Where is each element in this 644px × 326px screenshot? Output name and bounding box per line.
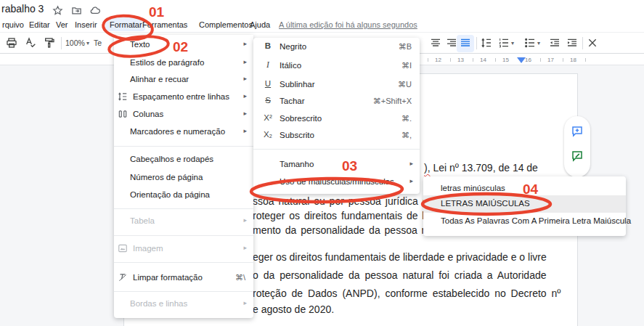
line-spacing-icon[interactable] (481, 37, 494, 50)
menu-item-negrito[interactable]: B Negrito⌘B (253, 38, 420, 56)
star-icon[interactable] (52, 5, 63, 16)
format-menu-panel: Texto▸ Estilos de parágrafo▸ Alinhar e r… (114, 35, 253, 318)
paragraph-styles-select[interactable]: Te (94, 38, 102, 47)
ruler-number: 17 (547, 57, 554, 63)
decrease-indent-icon[interactable] (549, 37, 562, 50)
menu-ferramentas[interactable]: Ferramentas (142, 20, 187, 30)
add-comment-icon[interactable] (571, 125, 584, 138)
submenu-arrow-icon: ▸ (243, 40, 247, 47)
submenu-arrow-icon: ▸ (409, 160, 413, 167)
document-text-line: eger os direitos fundamentais de liberda… (253, 250, 547, 264)
spellcheck-icon[interactable] (25, 37, 38, 50)
ruler-number: 13 (457, 57, 464, 63)
menu-item-tachar[interactable]: S Tachar⌘+Shift+X (253, 93, 420, 110)
ruler-tick (450, 58, 451, 62)
ruler-tick (428, 58, 428, 62)
menu-item-subscrito[interactable]: X₂ Subscrito⌘, (253, 127, 420, 144)
submenu-arrow-icon: ▸ (243, 299, 247, 306)
ruler-tick (540, 58, 541, 62)
menu-item-tamanho[interactable]: Tamanho▸ (253, 156, 420, 174)
menu-item-estilos-de-paragrafo[interactable]: Estilos de parágrafo▸ (114, 54, 253, 72)
document-text-line: ), Lei nº 13.709, de 14 de (424, 161, 538, 174)
ruler-number: 16 (525, 57, 531, 63)
menu-item-tabela: Tabela▸ (114, 213, 253, 230)
ruler-number: 15 (502, 57, 509, 63)
submenu-arrow-icon: ▸ (243, 92, 247, 99)
text-submenu-panel: B Negrito⌘B I Itálico⌘I U Sublinhar⌘U S … (253, 38, 420, 194)
bulleted-list-icon[interactable] (524, 37, 537, 50)
right-indent-marker[interactable] (517, 57, 526, 63)
align-center-icon[interactable] (430, 37, 443, 50)
underline-icon: U (261, 79, 275, 88)
menu-item-texto[interactable]: Texto▸ (114, 36, 253, 54)
toolbar-divider (582, 37, 583, 49)
bold-icon: B (261, 41, 275, 50)
menu-divider (253, 149, 420, 150)
menu-editar[interactable]: Editar (29, 20, 50, 30)
document-text-line: e agosto de 2020. (253, 303, 334, 316)
menu-divider (114, 208, 253, 209)
menu-item-bordas-e-linhas: Bordas e linhas▸ (114, 296, 253, 313)
menu-divider (114, 262, 253, 263)
menu-ajuda[interactable]: Ajuda (250, 20, 270, 30)
menu-item-cabecalhos-e-rodapes[interactable]: Cabeçalhos e rodapés (114, 151, 253, 168)
document-title[interactable]: rabalho 3 (1, 3, 44, 15)
menu-divider (114, 291, 253, 292)
align-justify-icon[interactable] (460, 37, 473, 50)
submenu-arrow-icon: ▸ (243, 127, 247, 134)
ruler-tick (563, 58, 563, 62)
menu-item-alinhar-e-recuar[interactable]: Alinhar e recuar▸ (114, 71, 253, 89)
ruler-number: 12 (435, 57, 441, 63)
menu-ver[interactable]: Ver (56, 20, 68, 30)
menu-item-letras-maiusculas[interactable]: LETRAS MAIÚSCULAS (423, 195, 626, 213)
paint-format-icon[interactable] (44, 37, 57, 50)
menu-item-italico[interactable]: I Itálico⌘I (253, 57, 420, 75)
menu-item-numeros-de-pagina[interactable]: Números de página (114, 169, 253, 187)
menu-complementos[interactable]: Complementos (199, 20, 253, 30)
italic-icon: I (261, 60, 275, 69)
clear-formatting-icon[interactable] (587, 37, 600, 50)
submenu-arrow-icon: ▸ (409, 177, 413, 184)
columns-icon (118, 109, 129, 120)
menu-item-sublinhar[interactable]: U Sublinhar⌘U (253, 76, 420, 94)
titlebar: rabalho 3 (0, 0, 644, 17)
menu-item-marcadores-e-numeracao[interactable]: Marcadores e numeração▸ (114, 123, 253, 141)
menu-item-colunas[interactable]: Colunas▸ (114, 106, 253, 123)
image-icon (118, 243, 129, 254)
strikethrough-icon: S (261, 96, 275, 105)
subscript-icon: X₂ (261, 130, 275, 139)
document-text-line: roteger os direitos fundamentais de libe… (253, 209, 447, 222)
clear-formatting-icon (118, 272, 129, 283)
menu-item-sobrescrito[interactable]: X² Sobrescrito⌘. (253, 110, 420, 128)
increase-indent-icon[interactable] (566, 37, 579, 50)
cloud-saved-icon[interactable] (90, 5, 101, 16)
document-text-line: o da personalidade da pessoa natural foi… (253, 269, 547, 282)
menu-item-imagem: Imagem▸ (114, 240, 253, 258)
dropdown-caret-icon[interactable]: ▾ (86, 40, 89, 46)
menu-item-uso-de-maiusculas-minusculas[interactable]: Uso de maiúsculas/minúsculas▸ (253, 174, 420, 191)
toolbar-divider (61, 37, 62, 49)
suggest-edits-icon[interactable] (571, 150, 584, 163)
toolbar-divider (476, 37, 477, 49)
submenu-arrow-icon: ▸ (243, 58, 247, 65)
menu-item-limpar-formatacao[interactable]: Limpar formatação⌘\ (114, 269, 253, 287)
move-folder-icon[interactable] (71, 5, 82, 16)
ruler-tick (495, 58, 496, 62)
dropdown-caret-icon[interactable]: ▾ (511, 40, 514, 46)
menu-item-primeira-letra-maiuscula[interactable]: Todas As Palavras Com A Primeira Letra M… (423, 213, 626, 230)
menu-formatar[interactable]: Formatar (110, 20, 142, 30)
document-text-line: roteção de Dados (ANPD), conforme estabe… (253, 287, 561, 300)
ruler-number: 14 (480, 57, 486, 63)
menu-item-orientacao-da-pagina[interactable]: Orientação da página (114, 187, 253, 204)
dropdown-caret-icon[interactable]: ▾ (537, 40, 540, 46)
menu-inserir[interactable]: Inserir (75, 20, 97, 30)
numbered-list-icon[interactable] (498, 37, 511, 50)
menu-item-espacamento-entre-linhas[interactable]: Espaçamento entre linhas▸ (114, 89, 253, 106)
last-edit-status-link[interactable]: A última edição foi há alguns segundos (279, 20, 417, 30)
superscript-icon: X² (261, 113, 275, 122)
align-right-icon[interactable] (446, 37, 459, 50)
ruler-number: 18 (570, 57, 576, 63)
zoom-select[interactable]: 100% (65, 38, 85, 47)
print-icon[interactable] (6, 37, 19, 50)
menu-arquivo[interactable]: rquivo (2, 20, 24, 30)
